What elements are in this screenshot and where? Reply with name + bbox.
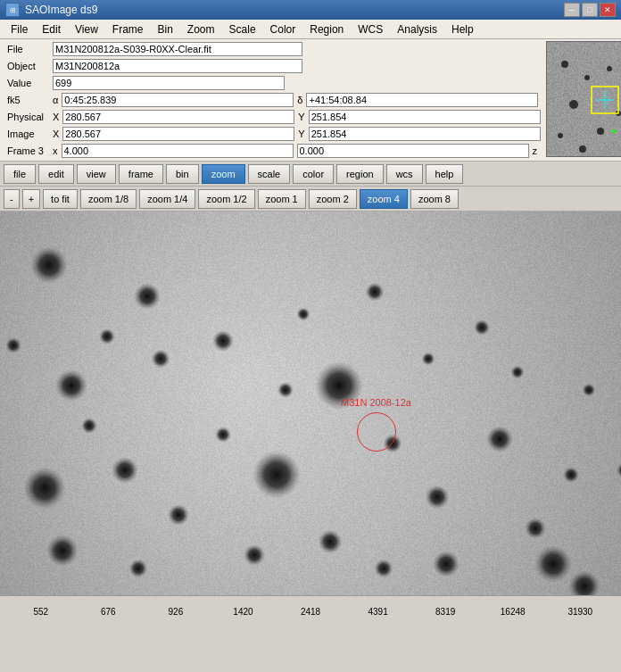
file-input[interactable] — [53, 42, 302, 56]
zoom-minus-button[interactable]: - — [4, 189, 20, 209]
menu-frame[interactable]: Frame — [105, 21, 151, 37]
info-panel: File Object Value fk5 α δ Physical — [0, 39, 544, 161]
title-area: ⊞ SAOImage ds9 — [5, 3, 97, 17]
menu-bin[interactable]: Bin — [151, 21, 180, 37]
menu-zoom[interactable]: Zoom — [180, 21, 222, 37]
tb-view-button[interactable]: view — [77, 164, 116, 184]
ra-symbol: α — [53, 95, 58, 105]
frame-y-input[interactable] — [297, 144, 529, 158]
object-label: Object — [4, 61, 53, 71]
dec-symbol: δ — [297, 95, 302, 105]
menu-color[interactable]: Color — [263, 21, 303, 37]
value-row: Value — [4, 75, 541, 91]
toolbar-main: file edit view frame bin zoom scale colo… — [0, 162, 621, 187]
tb-zoom-button[interactable]: zoom — [202, 164, 245, 184]
phys-x-input[interactable] — [62, 110, 294, 124]
menu-analysis[interactable]: Analysis — [390, 21, 444, 37]
minimize-button[interactable]: ─ — [564, 3, 580, 17]
annotation-label: M31N 2008-12a — [341, 397, 411, 408]
tb-scale-button[interactable]: scale — [248, 164, 291, 184]
main-image-area[interactable]: M31N 2008-12a — [0, 212, 621, 595]
value-input[interactable] — [53, 76, 285, 90]
ruler-tick-6: 4391 — [344, 607, 412, 617]
fk5-label: fk5 — [4, 95, 53, 105]
maximize-button[interactable]: □ — [582, 3, 598, 17]
menu-wcs[interactable]: WCS — [351, 21, 390, 37]
tb-color-button[interactable]: color — [293, 164, 334, 184]
frame-label: Frame 3 — [4, 145, 53, 156]
window-controls[interactable]: ─ □ ✕ — [564, 3, 616, 17]
titlebar: ⊞ SAOImage ds9 ─ □ ✕ — [0, 0, 621, 20]
zoom-1-4-button[interactable]: zoom 1/4 — [139, 189, 195, 209]
app-title: SAOImage ds9 — [25, 4, 97, 16]
preview-block — [544, 39, 621, 161]
preview-large — [546, 41, 621, 157]
phys-x-label: X — [53, 112, 59, 122]
ruler-tick-2: 676 — [75, 607, 143, 617]
zoom-1-2-button[interactable]: zoom 1/2 — [198, 189, 254, 209]
frame-row: Frame 3 x z — [4, 143, 541, 159]
ruler-tick-1: 552 — [7, 607, 75, 617]
frame-x-input[interactable] — [62, 144, 294, 158]
top-section: File Object Value fk5 α δ Physical — [0, 39, 621, 162]
app-icon: ⊞ — [5, 3, 20, 17]
file-label: File — [4, 44, 53, 54]
dec-input[interactable] — [306, 93, 538, 107]
tb-bin-button[interactable]: bin — [166, 164, 199, 184]
ruler-tick-8: 16248 — [479, 607, 547, 617]
menu-help[interactable]: Help — [444, 21, 481, 37]
preview-canvas-1 — [547, 42, 621, 157]
zoom-plus-button[interactable]: + — [22, 189, 40, 209]
menu-edit[interactable]: Edit — [35, 21, 68, 37]
bottom-ruler: 552 676 926 1420 2418 4391 8319 16248 31… — [0, 595, 621, 618]
ra-input[interactable] — [62, 93, 294, 107]
image-row: Image X Y — [4, 126, 541, 142]
menu-region[interactable]: Region — [302, 21, 351, 37]
frame-x-label: x — [53, 145, 58, 156]
physical-label: Physical — [4, 112, 53, 122]
zoom-4-button[interactable]: zoom 4 — [360, 189, 408, 209]
tb-frame-button[interactable]: frame — [119, 164, 163, 184]
phys-y-input[interactable] — [309, 110, 541, 124]
astronomical-image — [0, 212, 621, 595]
object-row: Object — [4, 58, 541, 74]
image-label: Image — [4, 129, 53, 139]
tb-edit-button[interactable]: edit — [38, 164, 74, 184]
phys-y-label: Y — [298, 112, 304, 122]
ruler-tick-7: 8319 — [411, 607, 479, 617]
value-label: Value — [4, 78, 53, 88]
ruler-tick-9: 31930 — [547, 607, 615, 617]
img-x-input[interactable] — [62, 127, 294, 141]
ruler-tick-5: 2418 — [277, 607, 344, 617]
toolbar-zoom: - + to fit zoom 1/8 zoom 1/4 zoom 1/2 zo… — [0, 187, 621, 212]
zoom-1-button[interactable]: zoom 1 — [258, 189, 306, 209]
img-y-input[interactable] — [309, 127, 541, 141]
zoom-8-button[interactable]: zoom 8 — [410, 189, 459, 209]
menu-scale[interactable]: Scale — [222, 21, 263, 37]
physical-row: Physical X Y — [4, 109, 541, 125]
zoom-fit-button[interactable]: to fit — [43, 189, 78, 209]
coord-area: α δ — [53, 93, 538, 107]
zoom-2-button[interactable]: zoom 2 — [309, 189, 357, 209]
close-button[interactable]: ✕ — [600, 3, 616, 17]
tb-help-button[interactable]: help — [426, 164, 464, 184]
fk5-row: fk5 α δ — [4, 92, 541, 108]
tb-wcs-button[interactable]: wcs — [386, 164, 423, 184]
tb-file-button[interactable]: file — [4, 164, 36, 184]
physical-coord: X Y — [53, 110, 541, 124]
menu-file[interactable]: File — [4, 21, 35, 37]
menu-view[interactable]: View — [68, 21, 105, 37]
img-y-label: Y — [298, 129, 304, 139]
file-row: File — [4, 41, 541, 57]
img-x-label: X — [53, 129, 59, 139]
ruler-tick-4: 1420 — [210, 607, 277, 617]
object-input[interactable] — [53, 59, 302, 73]
frame-z-symbol: z — [533, 145, 538, 156]
tb-region-button[interactable]: region — [336, 164, 384, 184]
menubar: File Edit View Frame Bin Zoom Scale Colo… — [0, 20, 621, 39]
zoom-1-8-button[interactable]: zoom 1/8 — [80, 189, 137, 209]
image-coord: X Y — [53, 127, 541, 141]
frame-coord: x z — [53, 144, 537, 158]
ruler-tick-3: 926 — [142, 607, 210, 617]
annotation-circle — [357, 412, 396, 452]
